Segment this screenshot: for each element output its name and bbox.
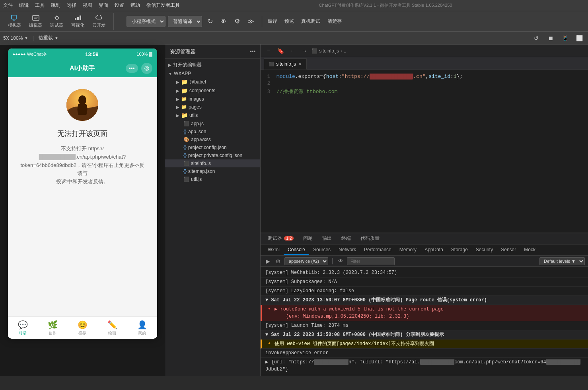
header-right-icons: •••	[126, 63, 152, 74]
file-app-js[interactable]: ⬛ app.js	[165, 120, 260, 128]
console-text-6: ▶ {url: "https://████████████n", fullUrl…	[265, 359, 583, 373]
phone-button[interactable]: 📱	[559, 33, 570, 44]
compile-select[interactable]: 普通编译	[168, 16, 202, 27]
editor-button[interactable]: 编辑器	[26, 13, 45, 30]
dialog-icon: 💬	[18, 320, 28, 330]
tab-code-quality[interactable]: 代码质量	[356, 233, 384, 244]
tab-debugger[interactable]: 调试器 1,2	[264, 233, 298, 244]
folder-images[interactable]: ▶ 📁 images	[165, 95, 260, 103]
hot-reload-control[interactable]: 热重载 ▼	[39, 35, 58, 41]
panel-tab-storage[interactable]: Storage	[447, 245, 472, 255]
panel-tab-performance[interactable]: Performance	[360, 245, 395, 255]
visualize-button[interactable]: 可视化	[68, 13, 88, 30]
execute-button[interactable]: ▶	[264, 257, 272, 265]
nav-forward-button[interactable]: →	[300, 46, 309, 56]
copy-button[interactable]: ⬜	[574, 33, 585, 44]
folder-components[interactable]: ▶ 📁 components	[165, 86, 260, 95]
svg-point-6	[55, 16, 58, 19]
tab-terminal[interactable]: 终端	[337, 233, 355, 244]
tab-draw[interactable]: ✏️ 绘画	[97, 318, 127, 338]
folder-utils[interactable]: ▶ 📁 utils	[165, 111, 260, 120]
window-title: ChatGPT付费创作系统V2.1.1 - 微信开发者工具 Stable 1.0…	[186, 2, 585, 8]
hot-reload-dropdown-icon: ▼	[55, 36, 58, 40]
warn-icon-1: ▲	[267, 341, 272, 345]
panel-tab-security[interactable]: Security	[472, 245, 497, 255]
editor-tabs: ⬛ siteinfo.js ✕	[261, 57, 588, 70]
menu-tools[interactable]: 工具	[35, 2, 45, 9]
menu-goto[interactable]: 跳到	[51, 2, 60, 9]
console-filter[interactable]	[347, 257, 395, 265]
panel-tab-sensor[interactable]: Sensor	[497, 245, 520, 255]
file-project-private-config[interactable]: {} project.private.config.json	[165, 151, 260, 159]
camera-button[interactable]	[141, 63, 152, 74]
simulator-button[interactable]: 模拟器	[5, 13, 24, 30]
menu-view[interactable]: 视图	[83, 2, 92, 9]
refresh-button[interactable]: ↻	[204, 16, 216, 27]
file-siteinfo-js[interactable]: ⬛ siteinfo.js	[165, 159, 260, 167]
console-line-6[interactable]: ▶ {url: "https://████████████n", fullUrl…	[261, 358, 588, 374]
undo-button[interactable]: ↺	[531, 33, 542, 44]
code-content-1[interactable]: module.exports={host:"https://██████████…	[276, 74, 588, 80]
menu-interface[interactable]: 界面	[99, 2, 108, 9]
stop-execute-button[interactable]: ⊘	[274, 257, 282, 265]
file-app-json[interactable]: {} app.json	[165, 128, 260, 136]
menu-wechat-tools[interactable]: 微信开发者工具	[146, 2, 180, 9]
file-app-wxss[interactable]: 🎨 app.wxss	[165, 136, 260, 144]
open-editors-label: 打开的编辑器	[173, 62, 202, 68]
file-project-config[interactable]: {} project.config.json	[165, 144, 260, 151]
folder-babel[interactable]: ▶ 📁 @babel	[165, 78, 260, 86]
context-select[interactable]: appservice (#2)	[284, 257, 328, 265]
log-level-select[interactable]: Default levels ▼	[539, 257, 585, 265]
console-toolbar: ▶ ⊘ appservice (#2) 👁 Default levels ▼	[261, 256, 588, 267]
file-explorer-title: 资源管理器	[170, 48, 196, 55]
code-content-3[interactable]: //播播资源 ttbobo.com	[276, 88, 588, 95]
debugger-button[interactable]: 调试器	[47, 13, 66, 30]
menu-settings[interactable]: 设置	[115, 2, 124, 9]
panel-tab-wxml[interactable]: Wxml	[264, 245, 284, 255]
open-editors-section[interactable]: ▶ 打开的编辑器	[165, 60, 260, 70]
preview-mode-button[interactable]: 👁	[218, 16, 229, 27]
signal-status: ●●●●● WeChat令	[13, 51, 47, 57]
panel-tab-network[interactable]: Network	[335, 245, 360, 255]
folder-pages[interactable]: ▶ 📁 pages	[165, 103, 260, 111]
tab-problems[interactable]: 问题	[299, 233, 317, 244]
menu-select[interactable]: 选择	[67, 2, 76, 9]
panel-tab-memory[interactable]: Memory	[395, 245, 421, 255]
close-tab-icon[interactable]: ✕	[298, 62, 302, 66]
console-text-5: invokeAppService error	[265, 349, 583, 357]
more-options-button[interactable]: •••	[126, 64, 138, 73]
menu-edit[interactable]: 编辑	[19, 2, 29, 9]
tab-create[interactable]: 🌿 创作	[38, 318, 68, 338]
settings-gear-button[interactable]: ⚙	[232, 16, 243, 27]
tab-output[interactable]: 输出	[318, 233, 336, 244]
tab-mine[interactable]: 👤 我的	[127, 318, 157, 338]
panel-tab-appdata[interactable]: AppData	[421, 245, 447, 255]
panel-tab-mock[interactable]: Mock	[520, 245, 539, 255]
simulate-icon: 😊	[78, 320, 88, 330]
bookmark-icon[interactable]: 🔖	[276, 46, 285, 56]
console-text-4: [system] Launch Time: 2874 ms	[265, 322, 583, 329]
wxapp-section[interactable]: ▼ WXAPP	[165, 70, 260, 78]
mode-select[interactable]: 小程序模式	[127, 16, 165, 27]
file-util-js[interactable]: ⬛ util.js	[165, 175, 260, 183]
menu-file[interactable]: 文件	[3, 2, 13, 9]
menu-help[interactable]: 帮助	[130, 2, 140, 9]
scale-control[interactable]: 5X 100% ▼	[3, 35, 28, 41]
console-error-1[interactable]: ● ▶ routeDone with a webviewId 5 that is…	[261, 305, 588, 321]
eye-icon[interactable]: 👁	[337, 257, 345, 265]
panel-tab-console[interactable]: Console	[284, 245, 309, 255]
file-sitemap-json[interactable]: {} sitemap.json	[165, 167, 260, 175]
tab-dialog[interactable]: 💬 对话	[8, 318, 38, 338]
more-button[interactable]: ≫	[245, 16, 256, 27]
panel-tab-sources[interactable]: Sources	[309, 245, 335, 255]
tab-dialog-label: 对话	[19, 330, 27, 336]
cloud-button[interactable]: 云开发	[89, 13, 109, 30]
tab-siteinfo-js[interactable]: ⬛ siteinfo.js ✕	[264, 58, 307, 70]
tab-simulate[interactable]: 😊 模拟	[68, 318, 97, 338]
mine-icon: 👤	[137, 320, 147, 330]
compile-label: 编译	[268, 18, 277, 25]
hamburger-icon[interactable]: ≡	[264, 46, 273, 56]
svg-rect-13	[80, 16, 81, 20]
explorer-more-icon[interactable]: •••	[250, 49, 255, 54]
stop-button[interactable]: ⏹	[545, 33, 556, 44]
